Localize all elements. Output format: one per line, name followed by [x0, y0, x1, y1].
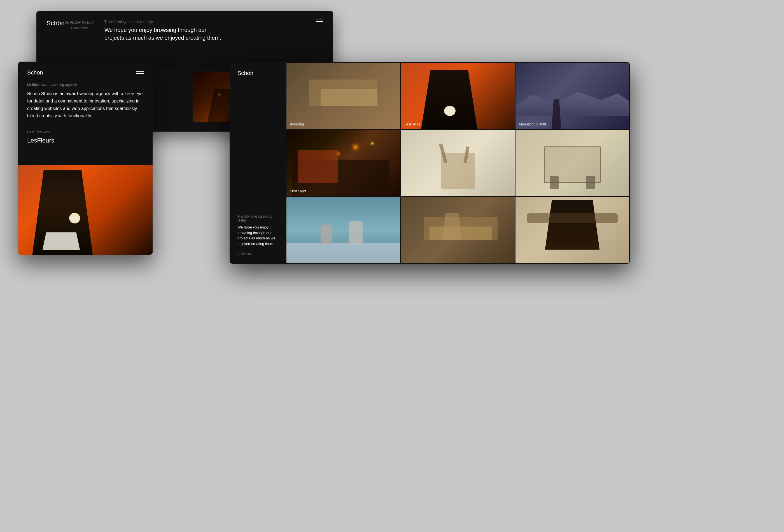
- thumb-akoustiq[interactable]: Akoustiq: [286, 63, 400, 129]
- mid-window: Schön Multiple award-winning agency Schö…: [18, 62, 152, 255]
- thumb-first-sight-label: First Sight: [290, 189, 306, 193]
- back-window-address: 62 Victory Road in Bucharest: [65, 20, 94, 30]
- thumb-beach[interactable]: [286, 197, 400, 263]
- back-window-menu-button[interactable]: [316, 20, 323, 22]
- thumb-lesfleurs-label: LesFleurs: [404, 122, 420, 126]
- back-window-tagline-small: Transforming ideas into reality: [105, 20, 316, 24]
- back-window-navbar: Schön 62 Victory Road in Bucharest Trans…: [47, 20, 323, 42]
- mid-window-subtitle: Multiple award-winning agency: [27, 83, 144, 87]
- back-window-tagline-big: We hope you enjoy browsing through our p…: [105, 26, 222, 42]
- mid-window-logo: Schön: [27, 69, 43, 76]
- main-window-tagline-big: We hope you enjoy browsing through our p…: [237, 225, 278, 246]
- main-window-all-works[interactable]: All works: [237, 252, 278, 256]
- main-window-left-panel: Schön Transforming ideas into reality We…: [230, 62, 286, 264]
- mid-window-description: Schön Studio is an award-winning agency …: [27, 90, 144, 120]
- main-window-tagline-small: Transforming ideas into reality: [237, 215, 278, 222]
- thumb-moonlight[interactable]: Moonlight GW38: [515, 63, 629, 129]
- main-window: Schön Transforming ideas into reality We…: [230, 62, 630, 264]
- main-window-thumb-grid: Akoustiq LesFleurs Moonlight GW38 First …: [286, 62, 630, 264]
- thumb-hands2[interactable]: [401, 197, 515, 263]
- back-window-logo: Schön: [47, 20, 65, 27]
- thumb-moonlight-label: Moonlight GW38: [519, 122, 546, 126]
- thumb-vase[interactable]: [401, 130, 515, 196]
- thumb-person-cover[interactable]: [515, 197, 629, 263]
- mid-window-project-name: LesFleurs: [27, 137, 144, 144]
- mid-window-hero: [18, 165, 152, 255]
- thumb-lesfleurs[interactable]: LesFleurs: [401, 63, 515, 129]
- thumb-first-sight[interactable]: First Sight: [286, 130, 400, 196]
- main-window-logo: Schön: [237, 70, 278, 77]
- mid-window-navbar: Schön: [27, 69, 144, 76]
- thumb-akoustiq-label: Akoustiq: [290, 122, 304, 126]
- mid-window-menu-button[interactable]: [136, 72, 144, 74]
- thumb-chair[interactable]: [515, 130, 629, 196]
- mid-window-featured-label: Featured work: [27, 130, 144, 134]
